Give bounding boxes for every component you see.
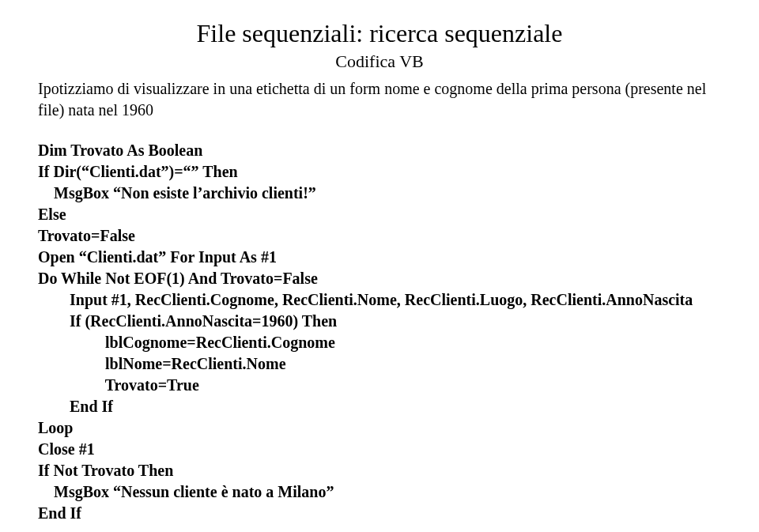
slide-subtitle: Codifica VB: [38, 51, 721, 72]
code-line: Input #1, RecClienti.Cognome, RecClienti…: [38, 291, 693, 308]
code-line: Dim Trovato As Boolean: [38, 141, 202, 159]
code-line: Close #1: [38, 440, 95, 458]
code-line: End If: [38, 504, 81, 522]
code-line: If Dir(“Clienti.dat”)=“” Then: [38, 163, 238, 180]
code-block: Dim Trovato As Boolean If Dir(“Clienti.d…: [38, 140, 721, 524]
code-line: lblCognome=RecClienti.Cognome: [38, 334, 335, 351]
code-line: If Not Trovato Then: [38, 462, 173, 479]
code-line: End If: [38, 398, 113, 415]
slide-title: File sequenziali: ricerca sequenziale: [38, 19, 721, 48]
code-line: MsgBox “Nessun cliente è nato a Milano”: [38, 483, 334, 500]
code-line: lblNome=RecClienti.Nome: [38, 355, 286, 372]
code-line: Do While Not EOF(1) And Trovato=False: [38, 270, 318, 287]
code-line: Trovato=True: [38, 376, 199, 394]
code-line: Else: [38, 206, 66, 223]
code-line: MsgBox “Non esiste l’archivio clienti!”: [38, 184, 316, 202]
code-line: Loop: [38, 419, 73, 436]
intro-paragraph: Ipotizziamo di visualizzare in una etich…: [38, 78, 721, 121]
code-line: Open “Clienti.dat” For Input As #1: [38, 248, 277, 266]
code-line: If (RecClienti.AnnoNascita=1960) Then: [38, 312, 337, 330]
code-line: Trovato=False: [38, 227, 135, 244]
